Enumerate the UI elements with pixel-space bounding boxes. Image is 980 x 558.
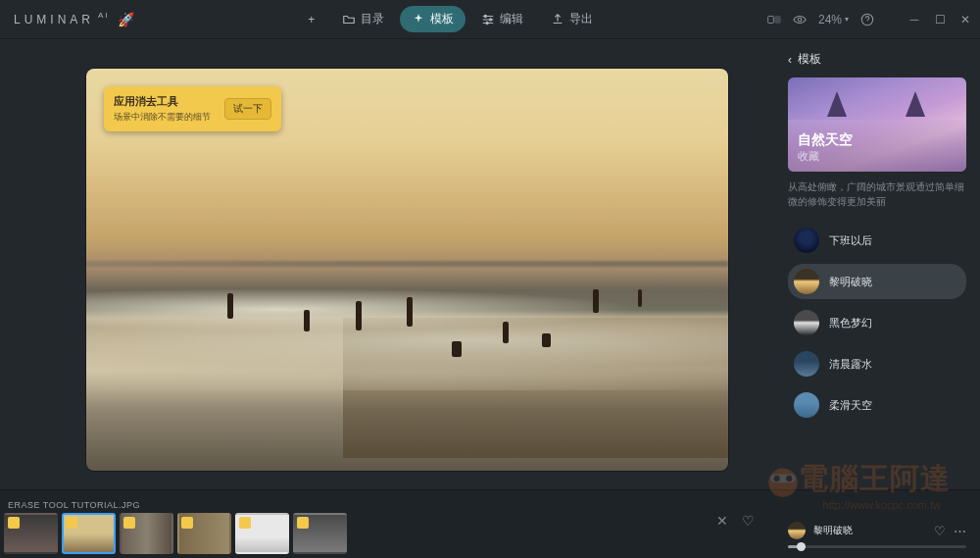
slider-knob[interactable]: [797, 542, 806, 551]
preset-thumb: [794, 351, 819, 377]
app-brand: LUMINAR AI 🚀: [8, 12, 134, 27]
thumbnail[interactable]: [235, 513, 289, 554]
top-bar: LUMINAR AI 🚀 + 目录 模板 编辑 导出 24% ▾: [0, 0, 980, 39]
filmstrip: ERASE TOOL TUTORIAL.JPG ✕ ♡ 黎明破晓 ♡ ⋯: [0, 489, 980, 558]
preset-list: 下班以后 黎明破晓 黑色梦幻 清晨露水 柔滑天空: [788, 223, 966, 423]
svg-point-5: [798, 18, 802, 22]
add-button[interactable]: +: [296, 6, 326, 32]
brand-suffix: AI: [98, 11, 110, 20]
window-maximize[interactable]: ☐: [933, 13, 947, 26]
top-nav: + 目录 模板 编辑 导出: [134, 6, 767, 32]
nav-edit[interactable]: 编辑: [469, 6, 535, 32]
applied-preset-panel: 黎明破晓 ♡ ⋯: [774, 514, 980, 558]
scene-figure: [542, 333, 551, 347]
chevron-left-icon: ‹: [788, 53, 792, 67]
tip-try-button[interactable]: 试一下: [224, 98, 271, 120]
svg-rect-3: [768, 16, 774, 23]
window-minimize[interactable]: ─: [907, 13, 921, 26]
hero-subtitle: 收藏: [798, 149, 853, 164]
export-icon: [551, 13, 564, 26]
help-icon[interactable]: [860, 13, 874, 26]
filmstrip-actions: ✕ ♡: [697, 513, 774, 558]
preset-collection-hero[interactable]: 自然天空 收藏: [788, 77, 966, 172]
scene-figure: [304, 310, 310, 331]
preset-label: 下班以后: [829, 233, 872, 248]
applied-preset-thumb: [788, 522, 806, 539]
svg-point-2: [486, 22, 488, 24]
tip-badge-icon: [66, 517, 77, 529]
nav-label: 模板: [430, 11, 454, 27]
scene-horizon: [86, 261, 728, 267]
preset-item-darkdream[interactable]: 黑色梦幻: [788, 305, 966, 340]
preset-item-softsky[interactable]: 柔滑天空: [788, 387, 966, 423]
scene-figure: [452, 341, 462, 357]
nav-label: 目录: [361, 11, 384, 27]
preset-more-button[interactable]: ⋯: [954, 524, 966, 538]
current-filename: ERASE TOOL TUTORIAL.JPG: [8, 500, 697, 510]
hero-title: 自然天空: [798, 131, 853, 149]
nav-catalog[interactable]: 目录: [330, 6, 396, 32]
preset-item-dawn[interactable]: 黎明破晓: [788, 264, 966, 299]
preset-thumb: [794, 228, 819, 253]
nav-templates[interactable]: 模板: [400, 6, 466, 32]
preset-thumb: [794, 269, 819, 294]
zoom-dropdown[interactable]: 24% ▾: [818, 13, 849, 26]
preset-strength-slider[interactable]: [788, 545, 966, 548]
sparkle-icon: [412, 13, 425, 26]
preset-item-morningdew[interactable]: 清晨露水: [788, 346, 966, 381]
tip-title: 应用消去工具: [114, 94, 211, 109]
tip-badge-icon: [239, 517, 251, 529]
tip-subtitle: 场景中消除不需要的细节: [114, 111, 211, 124]
reject-button[interactable]: ✕: [716, 513, 728, 529]
plus-icon: +: [308, 13, 315, 26]
preset-thumb: [794, 392, 819, 418]
nav-label: 导出: [569, 11, 593, 27]
scene-figure: [227, 293, 233, 319]
thumbnail-strip: [4, 513, 697, 554]
scene-figure: [356, 301, 362, 330]
favorite-button[interactable]: ♡: [742, 513, 755, 529]
tip-badge-icon: [181, 517, 193, 529]
thumbnail[interactable]: [62, 513, 116, 554]
svg-point-1: [490, 18, 492, 20]
panel-title: 模板: [798, 51, 821, 68]
thumbnail[interactable]: [293, 513, 347, 554]
preset-label: 清晨露水: [829, 357, 872, 372]
zoom-value: 24%: [818, 13, 842, 26]
top-right-controls: 24% ▾ ─ ☐ ✕: [767, 13, 972, 26]
preset-label: 黎明破晓: [829, 275, 872, 289]
preset-favorite-button[interactable]: ♡: [934, 524, 946, 538]
svg-point-0: [485, 15, 487, 17]
thumbnail[interactable]: [120, 513, 173, 554]
sliders-icon: [481, 13, 495, 26]
svg-rect-4: [775, 16, 781, 23]
right-panel: ‹ 模板 自然天空 收藏 从高处俯瞰，广阔的城市景观通过简单细微的修饰变得更加美…: [774, 39, 980, 489]
scene-figure: [593, 289, 599, 313]
scene-figure: [638, 289, 642, 307]
preset-item-afterwork[interactable]: 下班以后: [788, 223, 966, 258]
folder-icon: [342, 13, 356, 26]
compare-icon[interactable]: [767, 13, 781, 26]
scene-figure: [503, 322, 509, 343]
scene-figure: [407, 297, 413, 327]
preset-thumb: [794, 310, 819, 335]
panel-back[interactable]: ‹ 模板: [788, 51, 966, 68]
tip-badge-icon: [297, 517, 309, 529]
nav-label: 编辑: [500, 11, 523, 27]
preset-label: 黑色梦幻: [829, 316, 872, 330]
applied-preset-label: 黎明破晓: [813, 524, 926, 537]
image-canvas[interactable]: 应用消去工具 场景中消除不需要的细节 试一下: [86, 69, 728, 471]
preset-label: 柔滑天空: [829, 398, 872, 413]
canvas-area: 应用消去工具 场景中消除不需要的细节 试一下: [0, 39, 774, 489]
window-close[interactable]: ✕: [958, 13, 972, 26]
rocket-icon: 🚀: [118, 12, 134, 27]
eye-icon[interactable]: [793, 13, 807, 26]
nav-export[interactable]: 导出: [539, 6, 605, 32]
workspace: 应用消去工具 场景中消除不需要的细节 试一下 ‹ 模板 自然天空 收藏 从高处俯…: [0, 39, 980, 489]
thumbnail[interactable]: [4, 513, 58, 554]
chevron-down-icon: ▾: [845, 15, 849, 24]
thumbnail[interactable]: [177, 513, 231, 554]
tip-badge-icon: [123, 517, 135, 529]
tip-card: 应用消去工具 场景中消除不需要的细节 试一下: [104, 86, 281, 131]
brand-name: LUMINAR: [14, 13, 94, 26]
